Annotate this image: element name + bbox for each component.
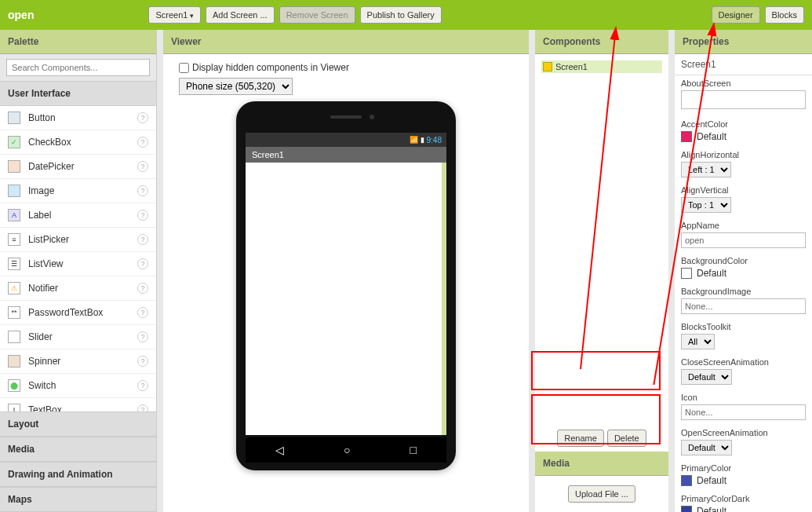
screen-icon (543, 62, 552, 71)
listpicker-icon: ≡ (8, 233, 20, 246)
help-icon[interactable]: ? (137, 356, 148, 367)
password-icon: ** (8, 306, 20, 319)
help-icon[interactable]: ? (137, 258, 148, 269)
viewer-panel: Viewer Display hidden components in View… (163, 30, 529, 512)
media-header: Media (535, 452, 668, 476)
help-icon[interactable]: ? (137, 404, 148, 411)
about-screen-input[interactable] (681, 90, 806, 109)
media-section[interactable]: Media (0, 437, 156, 462)
screen-select-button[interactable]: Screen1 (148, 6, 201, 24)
upload-file-button[interactable]: Upload File ... (568, 485, 635, 503)
icon-input[interactable] (681, 404, 806, 420)
palette-item-notifier[interactable]: ⚠Notifier? (0, 276, 156, 301)
palette-item-listview[interactable]: ☰ListView? (0, 252, 156, 276)
hidden-components-checkbox[interactable] (179, 63, 189, 73)
properties-subtitle: Screen1 (675, 54, 812, 75)
slider-icon (8, 331, 20, 343)
drawing-section[interactable]: Drawing and Animation (0, 462, 156, 487)
project-title: open (8, 9, 34, 21)
palette-item-datepicker[interactable]: DatePicker? (0, 155, 156, 179)
notifier-icon: ⚠ (8, 282, 20, 294)
help-icon[interactable]: ? (137, 112, 148, 123)
help-icon[interactable]: ? (137, 210, 148, 221)
topbar: open Screen1 Add Screen ... Remove Scree… (0, 0, 812, 30)
properties-header: Properties (675, 30, 812, 54)
palette-item-switch[interactable]: ⬤Switch? (0, 374, 156, 398)
nav-bar: ◁ ○ □ (246, 437, 446, 463)
palette-item-checkbox[interactable]: ✓CheckBox? (0, 130, 156, 155)
help-icon[interactable]: ? (137, 380, 148, 391)
palette-item-image[interactable]: Image? (0, 179, 156, 203)
align-vertical-select[interactable]: Top : 1 (681, 197, 731, 213)
home-icon: ○ (344, 444, 350, 456)
palette-panel: Palette User Interface Button? ✓CheckBox… (0, 30, 157, 512)
primary-color-picker[interactable]: Default (681, 475, 806, 486)
hidden-components-checkbox-label[interactable]: Display hidden components in Viewer (179, 62, 349, 73)
remove-screen-button[interactable]: Remove Screen (279, 6, 355, 24)
help-icon[interactable]: ? (137, 185, 148, 196)
components-panel: Components Screen1 Rename Delete Media U… (535, 30, 668, 512)
maps-section[interactable]: Maps (0, 487, 156, 512)
status-time: 9:48 (427, 136, 442, 144)
layout-section[interactable]: Layout (0, 411, 156, 437)
checkbox-icon: ✓ (8, 136, 20, 148)
properties-panel: Properties Screen1 AboutScreen AccentCol… (675, 30, 812, 512)
components-header: Components (535, 30, 668, 54)
wifi-icon: 📶 (410, 136, 418, 144)
phone-size-select[interactable]: Phone size (505,320) (179, 78, 293, 95)
open-anim-select[interactable]: Default (681, 440, 732, 455)
bg-color-picker[interactable]: Default (681, 268, 806, 279)
help-icon[interactable]: ? (137, 331, 148, 342)
palette-item-slider[interactable]: Slider? (0, 325, 156, 349)
component-tree-root[interactable]: Screen1 (541, 60, 662, 73)
palette-item-label[interactable]: ALabel? (0, 203, 156, 228)
designer-tab-button[interactable]: Designer (712, 6, 760, 24)
palette-item-passwordtextbox[interactable]: **PasswordTextBox? (0, 301, 156, 325)
help-icon[interactable]: ? (137, 307, 148, 318)
close-anim-select[interactable]: Default (681, 369, 732, 385)
button-icon (8, 112, 20, 124)
screen-title-bar: Screen1 (246, 147, 446, 163)
bg-image-input[interactable] (681, 298, 806, 314)
phone-screen[interactable]: 📶 ▮ 9:48 Screen1 (246, 133, 446, 435)
blocks-toolkit-select[interactable]: All (681, 334, 715, 349)
publish-button[interactable]: Publish to Gallery (360, 6, 442, 24)
user-interface-section[interactable]: User Interface (0, 81, 156, 106)
align-horizontal-select[interactable]: Left : 1 (681, 162, 731, 177)
image-icon (8, 185, 20, 197)
spinner-icon (8, 355, 20, 368)
signal-icon: ▮ (421, 136, 424, 144)
listview-icon: ☰ (8, 258, 20, 270)
phone-frame: 📶 ▮ 9:48 Screen1 ◁ ○ □ (236, 101, 456, 470)
app-name-input[interactable] (681, 232, 806, 248)
datepicker-icon (8, 160, 20, 173)
delete-button[interactable]: Delete (607, 430, 646, 447)
help-icon[interactable]: ? (137, 234, 148, 245)
rename-button[interactable]: Rename (557, 430, 604, 447)
palette-item-button[interactable]: Button? (0, 106, 156, 130)
palette-item-spinner[interactable]: Spinner? (0, 349, 156, 374)
help-icon[interactable]: ? (137, 283, 148, 294)
palette-item-textbox[interactable]: ITextBox? (0, 398, 156, 411)
back-icon: ◁ (275, 444, 284, 456)
textbox-icon: I (8, 404, 20, 411)
help-icon[interactable]: ? (137, 161, 148, 172)
search-components-input[interactable] (6, 59, 150, 76)
accent-color-picker[interactable]: Default (681, 131, 806, 142)
add-screen-button[interactable]: Add Screen ... (206, 6, 275, 24)
blocks-tab-button[interactable]: Blocks (765, 6, 804, 24)
recent-icon: □ (410, 444, 417, 456)
palette-header: Palette (0, 30, 156, 54)
primary-color-dark-picker[interactable]: Default (681, 506, 806, 512)
switch-icon: ⬤ (8, 379, 20, 392)
help-icon[interactable]: ? (137, 137, 148, 148)
label-icon: A (8, 209, 20, 221)
palette-item-listpicker[interactable]: ≡ListPicker? (0, 228, 156, 252)
viewer-header: Viewer (163, 30, 529, 54)
screen-content[interactable] (246, 163, 446, 435)
status-bar: 📶 ▮ 9:48 (246, 133, 446, 147)
